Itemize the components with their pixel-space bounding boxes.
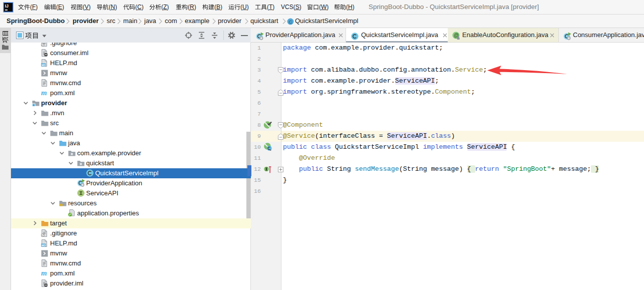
svg-text:MD: MD [42, 244, 46, 247]
svg-text:IJ: IJ [5, 4, 9, 9]
svg-text:MD: MD [42, 64, 46, 67]
svg-text:m: m [41, 89, 47, 96]
svg-text:C: C [289, 19, 292, 25]
svg-text:m: m [41, 269, 47, 276]
